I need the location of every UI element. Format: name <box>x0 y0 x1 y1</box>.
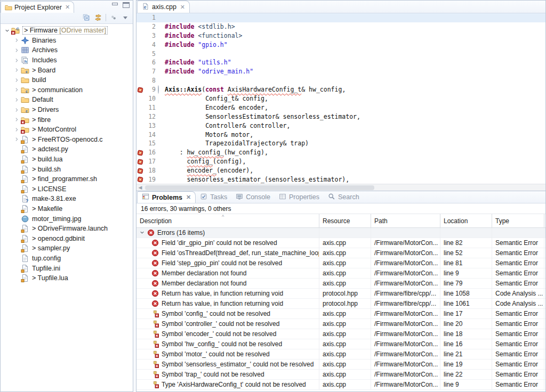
tab-console[interactable]: Console <box>231 191 275 203</box>
column-header-path[interactable]: Path <box>371 214 440 227</box>
tree-item-binaries[interactable]: Binaries <box>1 36 133 46</box>
problems-group-errors[interactable]: Errors (16 items) <box>136 228 545 238</box>
code-text: : hw_config_(hw_config), <box>163 148 268 157</box>
line-number: 7 <box>144 67 158 76</box>
chevron-right-icon[interactable] <box>12 105 21 114</box>
gutter <box>136 76 144 85</box>
collapse-all-icon[interactable] <box>82 13 91 22</box>
minimize-view-button[interactable] <box>111 2 118 8</box>
chevron-right-icon[interactable] <box>12 36 21 45</box>
problem-row[interactable]: Field 'dir_gpio_pin' could not be resolv… <box>136 238 545 248</box>
problem-row[interactable]: Member declaration not foundaxis.cpp/Fir… <box>136 279 545 289</box>
tree-item-tupfile-lua[interactable]: > Tupfile.lua <box>1 273 133 283</box>
scroll-left-icon[interactable]: ◀ <box>136 184 144 191</box>
view-menu-icon[interactable] <box>121 13 130 22</box>
tree-item-firmware[interactable]: C> Firmware [ODrive master] <box>1 26 133 36</box>
problem-row[interactable]: Symbol 'hw_config_' could not be resolve… <box>136 339 545 349</box>
chevron-right-icon[interactable] <box>12 95 21 104</box>
column-header-location[interactable]: Location <box>440 214 492 227</box>
tree-item-license[interactable]: > LICENSE <box>1 184 133 194</box>
problem-row[interactable]: Symbol 'motor_' could not be resolvedaxi… <box>136 349 545 360</box>
chevron-right-icon[interactable] <box>12 46 21 54</box>
chevron-right-icon[interactable] <box>12 135 21 144</box>
close-icon[interactable]: ✕ <box>65 4 70 11</box>
problem-row[interactable]: Symbol 'config_' could not be resolvedax… <box>136 309 545 319</box>
tree-item-build-lua[interactable]: > build.lua <box>1 154 133 165</box>
location-cell: line 81 <box>440 258 492 268</box>
chevron-right-icon[interactable] <box>12 56 21 64</box>
focus-tasks-icon[interactable] <box>109 13 118 22</box>
tab-properties[interactable]: Properties <box>275 191 324 203</box>
column-header-resource[interactable]: Resource <box>319 214 371 227</box>
tree-item-fibre[interactable]: > fibre <box>1 115 133 125</box>
problem-row[interactable]: Type 'AxisHardwareConfig_t' could not be… <box>136 380 545 390</box>
tree-item-find-programmer-sh[interactable]: > find_programmer.sh <box>1 174 133 184</box>
close-icon[interactable]: ✕ <box>180 4 185 11</box>
chevron-right-icon[interactable] <box>12 86 21 94</box>
problem-row[interactable]: Return has value, in function returning … <box>136 289 545 299</box>
link-with-editor-icon[interactable] <box>94 13 102 22</box>
script-file-icon <box>21 165 30 174</box>
problems-table: ^ DescriptionResourcePathLocationType Er… <box>136 214 545 391</box>
close-icon[interactable]: ✕ <box>186 194 191 201</box>
chevron-right-icon[interactable] <box>12 125 21 134</box>
problem-row[interactable]: Return has value, in function returning … <box>136 299 545 309</box>
tree-item-motor-timing-jpg[interactable]: motor_timing.jpg <box>1 214 133 224</box>
problems-summary: 16 errors, 30 warnings, 0 others <box>136 203 545 214</box>
tree-item-tupfile-ini[interactable]: Tupfile.ini <box>1 263 133 273</box>
chevron-right-icon[interactable] <box>12 66 21 75</box>
tab-label: Tasks <box>210 193 227 201</box>
tree-item-makefile[interactable]: > Makefile <box>1 204 133 214</box>
tree-item-sampler-py[interactable]: > sampler.py <box>1 243 133 254</box>
tab-search[interactable]: Search <box>324 191 364 203</box>
tab-problems[interactable]: Problems✕ <box>137 191 196 203</box>
description-cell: Field 'dir_gpio_pin' could not be resolv… <box>136 238 319 248</box>
problem-row[interactable]: Symbol 'trap_' could not be resolvedaxis… <box>136 370 545 380</box>
code-line-5: 5 <box>136 50 545 59</box>
problem-row[interactable]: Symbol 'encoder_' could not be resolveda… <box>136 329 545 339</box>
problem-row[interactable]: Field 'osThreadDef(thread_def, run_state… <box>136 248 545 258</box>
chevron-right-icon[interactable] <box>12 116 21 124</box>
tab-tasks[interactable]: Tasks <box>196 191 231 203</box>
code-text: config_(config), <box>163 157 246 166</box>
tree-item-odrivefirmware-launch[interactable]: > ODriveFirmware.launch <box>1 224 133 234</box>
tree-item-make-3-81-exe[interactable]: ?make-3.81.exe <box>1 194 133 204</box>
scrollbar-thumb[interactable] <box>145 185 374 190</box>
chevron-down-icon[interactable] <box>3 26 11 35</box>
column-header-type[interactable]: Type <box>492 214 544 227</box>
tree-item-archives[interactable]: Archives <box>1 45 133 55</box>
tree-item-motorcontrol[interactable]: > MotorControl <box>1 125 133 135</box>
tree-item-build-sh[interactable]: > build.sh <box>1 164 133 174</box>
problem-row[interactable]: Field 'step_gpio_pin' could not be resol… <box>136 258 545 268</box>
resource-cell: axis.cpp <box>319 370 371 380</box>
column-header-description[interactable]: Description <box>136 214 319 227</box>
editor-horizontal-scrollbar[interactable]: ◀ <box>136 184 545 191</box>
gutter <box>136 13 144 22</box>
tree-item-board[interactable]: c> Board <box>1 65 133 75</box>
tree-item-label: > find_programmer.sh <box>32 175 97 183</box>
chevron-right-icon[interactable] <box>12 76 21 84</box>
location-cell: line 82 <box>440 238 492 248</box>
tab-axis-cpp[interactable]: c axis.cpp ✕ <box>137 1 190 13</box>
tree-item-communication[interactable]: c> communication <box>1 85 133 95</box>
tree-item-openocd-gdbinit[interactable]: > openocd.gdbinit <box>1 233 133 243</box>
tree-item-includes[interactable]: hIncludes <box>1 55 133 66</box>
problems-table-header: ^ DescriptionResourcePathLocationType <box>136 214 545 228</box>
tree-item-label: > Tupfile.lua <box>32 274 68 282</box>
problem-row[interactable]: Symbol 'sensorless_estimator_' could not… <box>136 360 545 370</box>
chevron-down-icon[interactable] <box>140 229 147 236</box>
tree-item-adctest-py[interactable]: > adctest.py <box>1 144 133 154</box>
tab-label: Problems <box>152 194 182 201</box>
maximize-view-button[interactable] <box>123 2 130 8</box>
tree-item-build[interactable]: build <box>1 75 133 85</box>
tree-item-drivers[interactable]: c> Drivers <box>1 105 133 115</box>
problem-row[interactable]: Member declaration not foundaxis.cpp/Fir… <box>136 268 545 279</box>
tree-item-freertos-openocd-c[interactable]: > FreeRTOS-openocd.c <box>1 135 133 145</box>
tab-project-explorer[interactable]: Project Explorer ✕ <box>1 1 74 13</box>
fold-marker-icon[interactable] <box>158 85 163 94</box>
tree-item-tup-config[interactable]: tup.config <box>1 254 133 264</box>
code-editor[interactable]: 12#include <stdlib.h>3#include <function… <box>136 13 545 191</box>
error-marker-icon <box>136 175 144 184</box>
problem-row[interactable]: Symbol 'controller_' could not be resolv… <box>136 319 545 329</box>
tree-item-default[interactable]: Default <box>1 95 133 105</box>
